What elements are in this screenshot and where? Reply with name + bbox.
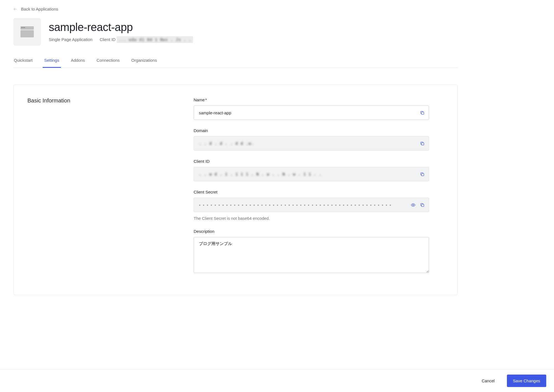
domain-value: . . d . d . . d d .w. (194, 141, 418, 146)
name-input-wrapper (194, 105, 429, 120)
app-type-icon (13, 18, 41, 46)
client-id-label: Client ID (194, 159, 429, 164)
app-tabs: Quickstart Settings Addons Connections O… (13, 58, 458, 68)
svg-rect-3 (421, 173, 424, 176)
basic-information-card: Basic Information Name* Domain . . d . d… (13, 84, 458, 295)
tab-settings[interactable]: Settings (44, 58, 60, 68)
copy-client-secret-button[interactable] (418, 198, 429, 212)
client-secret-help: The Client Secret is not base64 encoded. (194, 216, 429, 221)
svg-point-4 (412, 204, 414, 205)
app-title: sample-react-app (49, 21, 193, 33)
client-secret-input-wrapper: ●●●●●●●●●●●●●●●●●●●●●●●●●●●●●●●●●●●●●●●●… (194, 198, 429, 212)
client-secret-label: Client Secret (194, 190, 429, 194)
client-id-value: . . w d . 1 . 1 1 1 . N . w . . N . w . … (194, 172, 418, 176)
svg-rect-5 (421, 204, 424, 207)
client-id-meta: Client ID ... wdw d1 8d 1 Nws . Js . . d… (100, 36, 193, 43)
copy-domain-button[interactable] (418, 136, 429, 150)
name-input[interactable] (194, 106, 418, 120)
tab-addons[interactable]: Addons (70, 58, 86, 68)
domain-label: Domain (194, 128, 429, 133)
tab-connections[interactable]: Connections (96, 58, 120, 68)
reveal-client-secret-button[interactable] (408, 198, 418, 212)
domain-input-wrapper: . . d . d . . d d .w. (194, 136, 429, 151)
svg-rect-1 (421, 112, 424, 114)
description-textarea[interactable] (194, 237, 429, 273)
back-to-applications-link[interactable]: Back to Applications (13, 7, 58, 11)
tab-organizations[interactable]: Organizations (131, 58, 158, 68)
copy-name-button[interactable] (418, 106, 429, 120)
section-title: Basic Information (27, 97, 183, 104)
client-id-input-wrapper: . . w d . 1 . 1 1 1 . N . w . . N . w . … (194, 167, 429, 181)
name-label: Name* (194, 97, 429, 102)
client-id-chip[interactable]: ... wdw d1 8d 1 Nws . Js . . dW (117, 36, 193, 43)
client-secret-value: ●●●●●●●●●●●●●●●●●●●●●●●●●●●●●●●●●●●●●●●●… (194, 203, 408, 207)
arrow-left-icon (13, 7, 17, 11)
copy-client-id-button[interactable] (418, 167, 429, 181)
back-link-label: Back to Applications (21, 7, 58, 11)
app-type-label: Single Page Application (49, 37, 93, 42)
svg-rect-2 (421, 143, 424, 145)
description-label: Description (194, 229, 429, 234)
tab-quickstart[interactable]: Quickstart (13, 58, 33, 68)
